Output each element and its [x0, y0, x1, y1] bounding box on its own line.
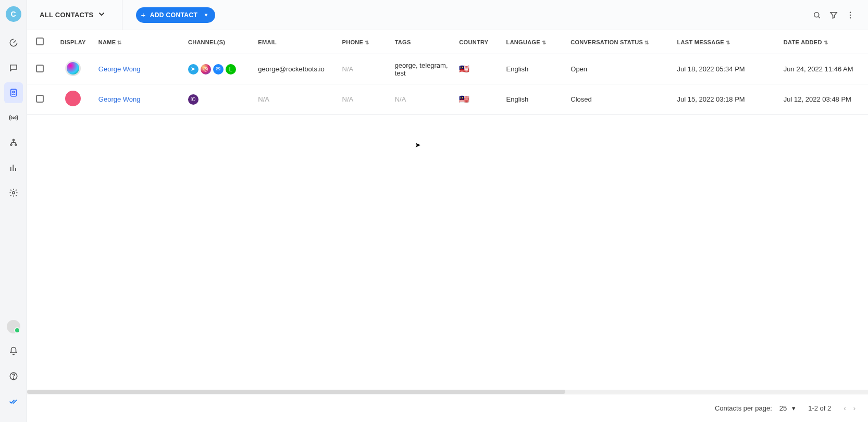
language-value: English [506, 65, 529, 73]
add-contact-label: ADD CONTACT [150, 11, 198, 19]
per-page-select[interactable]: 25 ▾ [779, 404, 796, 412]
telegram-channel-icon: ➤ [188, 64, 199, 75]
email-value: george@rocketbots.io [258, 65, 324, 73]
contact-name-link[interactable]: George Wong [98, 65, 141, 73]
messenger-channel-icon: ✉ [213, 64, 224, 75]
more-icon[interactable] [842, 7, 859, 23]
sort-icon: ⇅ [644, 40, 649, 45]
col-channels[interactable]: CHANNEL(S) [183, 30, 253, 54]
per-page-label: Contacts per page: [715, 404, 772, 412]
select-all-checkbox[interactable] [36, 38, 44, 45]
last-message-value: Jul 18, 2022 05:34 PM [677, 65, 745, 73]
contacts-table: DISPLAY NAME⇅ CHANNEL(S) EMAIL PHONE⇅ TA… [27, 30, 868, 115]
date-added-value: Jun 24, 2022 11:46 AM [784, 65, 853, 73]
workspace-avatar[interactable]: C [6, 6, 21, 22]
sort-icon: ⇅ [824, 40, 828, 45]
settings-icon[interactable] [4, 182, 23, 203]
scrollbar-thumb[interactable] [27, 390, 565, 394]
topbar: ALL CONTACTS + ADD CONTACT ▾ [27, 0, 868, 30]
cursor-icon: ➤ [415, 141, 421, 149]
status-value: Open [571, 65, 587, 73]
workflows-icon[interactable] [4, 132, 23, 153]
row-checkbox[interactable] [36, 95, 44, 103]
col-name[interactable]: NAME⇅ [93, 30, 183, 54]
svg-point-4 [10, 144, 12, 145]
svg-point-10 [850, 11, 851, 13]
svg-point-3 [13, 139, 14, 141]
add-contact-button[interactable]: + ADD CONTACT ▾ [136, 7, 215, 23]
help-icon[interactable] [4, 366, 23, 387]
header-row: DISPLAY NAME⇅ CHANNEL(S) EMAIL PHONE⇅ TA… [27, 30, 868, 54]
tags-value: george, telegram, test [395, 61, 448, 77]
segment-label: ALL CONTACTS [40, 11, 94, 19]
sort-icon: ⇅ [117, 40, 121, 45]
col-lastmessage[interactable]: LAST MESSAGE⇅ [672, 30, 778, 54]
phone-value: N/A [342, 65, 354, 73]
last-message-value: Jul 15, 2022 03:18 PM [677, 95, 745, 103]
channel-icons: ➤◎✉L [188, 64, 247, 75]
col-display[interactable]: DISPLAY [53, 30, 93, 54]
segment-dropdown[interactable]: ALL CONTACTS [40, 0, 122, 30]
col-dateadded[interactable]: DATE ADDED⇅ [778, 30, 868, 54]
svg-point-5 [15, 144, 17, 145]
contacts-table-wrap: DISPLAY NAME⇅ CHANNEL(S) EMAIL PHONE⇅ TA… [27, 30, 868, 390]
broadcast-icon[interactable] [4, 107, 23, 128]
svg-point-9 [814, 12, 819, 17]
country-flag: 🇲🇾 [459, 95, 469, 104]
language-value: English [506, 95, 529, 103]
contacts-icon[interactable] [4, 82, 23, 103]
col-tags[interactable]: TAGS [390, 30, 454, 54]
email-value: N/A [258, 95, 269, 103]
chevron-down-icon: ▾ [792, 404, 796, 412]
notifications-icon[interactable] [4, 341, 23, 362]
pagination-bar: Contacts per page: 25 ▾ 1-2 of 2 ‹ › [27, 394, 868, 422]
user-presence-avatar[interactable] [7, 320, 20, 333]
sort-icon: ⇅ [542, 40, 546, 45]
col-email[interactable]: EMAIL [253, 30, 337, 54]
per-page-value: 25 [779, 404, 787, 412]
table-row[interactable]: George Wong ➤◎✉L george@rocketbots.io N/… [27, 54, 868, 84]
svg-point-12 [850, 17, 851, 18]
plus-icon: + [141, 10, 146, 19]
viber-channel-icon: ✆ [188, 94, 199, 105]
contact-avatar [65, 91, 81, 106]
filter-icon[interactable] [825, 7, 842, 23]
done-all-icon[interactable] [4, 391, 23, 412]
svg-point-8 [13, 378, 14, 378]
col-phone[interactable]: PHONE⇅ [337, 30, 390, 54]
date-added-value: Jul 12, 2022 03:48 PM [784, 95, 851, 103]
sort-icon: ⇅ [365, 40, 369, 45]
col-language[interactable]: LANGUAGE⇅ [501, 30, 566, 54]
tags-value: N/A [395, 95, 406, 103]
svg-point-1 [13, 91, 15, 93]
horizontal-scrollbar[interactable] [27, 390, 868, 394]
page-range: 1-2 of 2 [808, 404, 831, 412]
chevron-down-icon: ▾ [205, 12, 207, 18]
prev-page-button[interactable]: ‹ [844, 404, 846, 412]
col-country[interactable]: COUNTRY [454, 30, 501, 54]
reports-icon[interactable] [4, 157, 23, 178]
line-channel-icon: L [226, 64, 236, 75]
sort-icon: ⇅ [726, 40, 730, 45]
channel-icons: ✆ [188, 94, 247, 105]
contact-avatar [65, 60, 81, 76]
svg-point-2 [13, 117, 14, 119]
contact-name-link[interactable]: George Wong [98, 95, 141, 103]
instagram-channel-icon: ◎ [201, 64, 211, 75]
svg-point-6 [12, 192, 15, 194]
table-row[interactable]: George Wong ✆ N/A N/A N/A 🇲🇾 English Clo… [27, 84, 868, 115]
chevron-down-icon [97, 9, 106, 20]
search-icon[interactable] [809, 7, 825, 23]
dashboard-icon[interactable] [4, 32, 23, 53]
country-flag: 🇲🇾 [459, 65, 469, 73]
status-value: Closed [571, 95, 591, 103]
phone-value: N/A [342, 95, 354, 103]
left-rail: C [0, 0, 27, 422]
row-checkbox[interactable] [36, 65, 44, 72]
next-page-button[interactable]: › [853, 404, 855, 412]
messages-icon[interactable] [4, 57, 23, 78]
svg-point-11 [850, 14, 851, 15]
col-status[interactable]: CONVERSATION STATUS⇅ [565, 30, 672, 54]
